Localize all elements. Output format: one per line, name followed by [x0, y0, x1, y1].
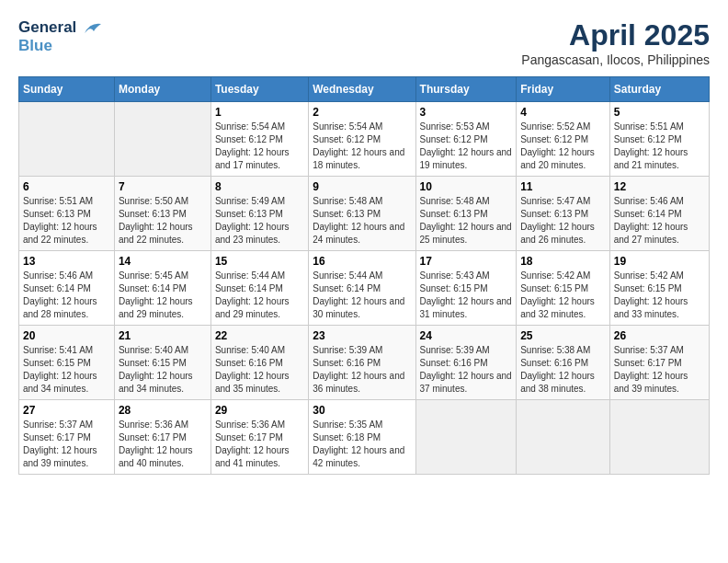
day-info: Sunrise: 5:45 AMSunset: 6:14 PMDaylight:…	[119, 270, 207, 321]
calendar-week-row: 1Sunrise: 5:54 AMSunset: 6:12 PMDaylight…	[19, 102, 710, 177]
day-number: 30	[313, 404, 411, 417]
calendar-week-row: 13Sunrise: 5:46 AMSunset: 6:14 PMDayligh…	[19, 251, 710, 326]
calendar-cell: 24Sunrise: 5:39 AMSunset: 6:16 PMDayligh…	[415, 326, 517, 400]
day-number: 15	[215, 255, 304, 268]
calendar-cell: 2Sunrise: 5:54 AMSunset: 6:12 PMDaylight…	[309, 102, 415, 177]
day-number: 29	[215, 404, 304, 417]
calendar-cell: 12Sunrise: 5:46 AMSunset: 6:14 PMDayligh…	[609, 177, 709, 251]
calendar-cell: 5Sunrise: 5:51 AMSunset: 6:12 PMDaylight…	[609, 102, 709, 177]
calendar-cell: 25Sunrise: 5:38 AMSunset: 6:16 PMDayligh…	[517, 326, 610, 400]
day-info: Sunrise: 5:47 AMSunset: 6:13 PMDaylight:…	[520, 195, 606, 247]
col-header-monday: Monday	[114, 77, 210, 102]
day-number: 12	[614, 180, 705, 193]
calendar-cell: 11Sunrise: 5:47 AMSunset: 6:13 PMDayligh…	[517, 177, 610, 251]
col-header-tuesday: Tuesday	[210, 77, 308, 102]
day-number: 8	[215, 180, 304, 193]
logo-bird-icon	[83, 20, 103, 37]
calendar-week-row: 6Sunrise: 5:51 AMSunset: 6:13 PMDaylight…	[19, 177, 710, 251]
day-number: 28	[119, 404, 207, 417]
calendar-cell	[19, 102, 115, 177]
day-number: 5	[614, 106, 705, 119]
col-header-friday: Friday	[517, 77, 610, 102]
day-info: Sunrise: 5:42 AMSunset: 6:15 PMDaylight:…	[520, 270, 606, 321]
day-number: 14	[119, 255, 207, 268]
day-number: 25	[520, 329, 606, 342]
day-info: Sunrise: 5:40 AMSunset: 6:15 PMDaylight:…	[119, 344, 207, 396]
day-info: Sunrise: 5:52 AMSunset: 6:12 PMDaylight:…	[520, 121, 606, 172]
calendar-cell	[609, 400, 709, 475]
calendar-week-row: 20Sunrise: 5:41 AMSunset: 6:15 PMDayligh…	[19, 326, 710, 400]
day-number: 18	[520, 255, 606, 268]
day-info: Sunrise: 5:35 AMSunset: 6:18 PMDaylight:…	[313, 419, 411, 470]
day-info: Sunrise: 5:54 AMSunset: 6:12 PMDaylight:…	[313, 121, 411, 172]
calendar-cell: 13Sunrise: 5:46 AMSunset: 6:14 PMDayligh…	[19, 251, 115, 326]
day-number: 23	[313, 329, 411, 342]
day-number: 13	[23, 255, 110, 268]
calendar-table: SundayMondayTuesdayWednesdayThursdayFrid…	[18, 76, 710, 475]
logo-text: General	[18, 18, 103, 37]
calendar-cell: 16Sunrise: 5:44 AMSunset: 6:14 PMDayligh…	[309, 251, 415, 326]
day-number: 16	[313, 255, 411, 268]
day-number: 2	[313, 106, 411, 119]
calendar-cell: 3Sunrise: 5:53 AMSunset: 6:12 PMDaylight…	[415, 102, 517, 177]
calendar-header-row: SundayMondayTuesdayWednesdayThursdayFrid…	[19, 77, 710, 102]
title-block: April 2025 Pangascasan, Ilocos, Philippi…	[521, 18, 710, 67]
logo-blue-text: Blue	[18, 37, 103, 55]
calendar-cell: 26Sunrise: 5:37 AMSunset: 6:17 PMDayligh…	[609, 326, 709, 400]
calendar-cell: 1Sunrise: 5:54 AMSunset: 6:12 PMDaylight…	[210, 102, 308, 177]
day-number: 1	[215, 106, 304, 119]
calendar-cell: 28Sunrise: 5:36 AMSunset: 6:17 PMDayligh…	[114, 400, 210, 475]
day-info: Sunrise: 5:48 AMSunset: 6:13 PMDaylight:…	[420, 195, 513, 247]
day-info: Sunrise: 5:48 AMSunset: 6:13 PMDaylight:…	[313, 195, 411, 247]
day-info: Sunrise: 5:38 AMSunset: 6:16 PMDaylight:…	[520, 344, 606, 396]
calendar-cell: 9Sunrise: 5:48 AMSunset: 6:13 PMDaylight…	[309, 177, 415, 251]
day-info: Sunrise: 5:50 AMSunset: 6:13 PMDaylight:…	[119, 195, 207, 247]
day-info: Sunrise: 5:49 AMSunset: 6:13 PMDaylight:…	[215, 195, 304, 247]
day-info: Sunrise: 5:43 AMSunset: 6:15 PMDaylight:…	[420, 270, 513, 321]
calendar-cell	[517, 400, 610, 475]
logo: General Blue	[18, 18, 103, 56]
calendar-cell: 18Sunrise: 5:42 AMSunset: 6:15 PMDayligh…	[517, 251, 610, 326]
col-header-thursday: Thursday	[415, 77, 517, 102]
calendar-cell: 29Sunrise: 5:36 AMSunset: 6:17 PMDayligh…	[210, 400, 308, 475]
day-info: Sunrise: 5:51 AMSunset: 6:12 PMDaylight:…	[614, 121, 705, 172]
day-info: Sunrise: 5:41 AMSunset: 6:15 PMDaylight:…	[23, 344, 110, 396]
day-number: 4	[520, 106, 606, 119]
calendar-cell: 30Sunrise: 5:35 AMSunset: 6:18 PMDayligh…	[309, 400, 415, 475]
day-number: 10	[420, 180, 513, 193]
calendar-cell: 15Sunrise: 5:44 AMSunset: 6:14 PMDayligh…	[210, 251, 308, 326]
calendar-week-row: 27Sunrise: 5:37 AMSunset: 6:17 PMDayligh…	[19, 400, 710, 475]
calendar-cell: 22Sunrise: 5:40 AMSunset: 6:16 PMDayligh…	[210, 326, 308, 400]
day-info: Sunrise: 5:37 AMSunset: 6:17 PMDaylight:…	[23, 419, 110, 470]
col-header-sunday: Sunday	[19, 77, 115, 102]
col-header-wednesday: Wednesday	[309, 77, 415, 102]
calendar-cell	[114, 102, 210, 177]
day-number: 3	[420, 106, 513, 119]
col-header-saturday: Saturday	[609, 77, 709, 102]
day-number: 7	[119, 180, 207, 193]
page-subtitle: Pangascasan, Ilocos, Philippines	[521, 52, 710, 67]
page-header: General Blue April 2025 Pangascasan, Ilo…	[18, 18, 710, 67]
day-number: 26	[614, 329, 705, 342]
calendar-cell: 8Sunrise: 5:49 AMSunset: 6:13 PMDaylight…	[210, 177, 308, 251]
day-number: 6	[23, 180, 110, 193]
day-number: 22	[215, 329, 304, 342]
calendar-cell: 19Sunrise: 5:42 AMSunset: 6:15 PMDayligh…	[609, 251, 709, 326]
day-info: Sunrise: 5:53 AMSunset: 6:12 PMDaylight:…	[420, 121, 513, 172]
day-number: 27	[23, 404, 110, 417]
page-title: April 2025	[521, 18, 710, 52]
day-info: Sunrise: 5:36 AMSunset: 6:17 PMDaylight:…	[215, 419, 304, 470]
day-info: Sunrise: 5:44 AMSunset: 6:14 PMDaylight:…	[313, 270, 411, 321]
day-number: 9	[313, 180, 411, 193]
calendar-cell: 7Sunrise: 5:50 AMSunset: 6:13 PMDaylight…	[114, 177, 210, 251]
day-info: Sunrise: 5:39 AMSunset: 6:16 PMDaylight:…	[313, 344, 411, 396]
day-number: 17	[420, 255, 513, 268]
day-info: Sunrise: 5:36 AMSunset: 6:17 PMDaylight:…	[119, 419, 207, 470]
calendar-cell	[415, 400, 517, 475]
day-info: Sunrise: 5:46 AMSunset: 6:14 PMDaylight:…	[614, 195, 705, 247]
calendar-cell: 10Sunrise: 5:48 AMSunset: 6:13 PMDayligh…	[415, 177, 517, 251]
day-info: Sunrise: 5:51 AMSunset: 6:13 PMDaylight:…	[23, 195, 110, 247]
day-info: Sunrise: 5:40 AMSunset: 6:16 PMDaylight:…	[215, 344, 304, 396]
day-info: Sunrise: 5:39 AMSunset: 6:16 PMDaylight:…	[420, 344, 513, 396]
calendar-cell: 6Sunrise: 5:51 AMSunset: 6:13 PMDaylight…	[19, 177, 115, 251]
